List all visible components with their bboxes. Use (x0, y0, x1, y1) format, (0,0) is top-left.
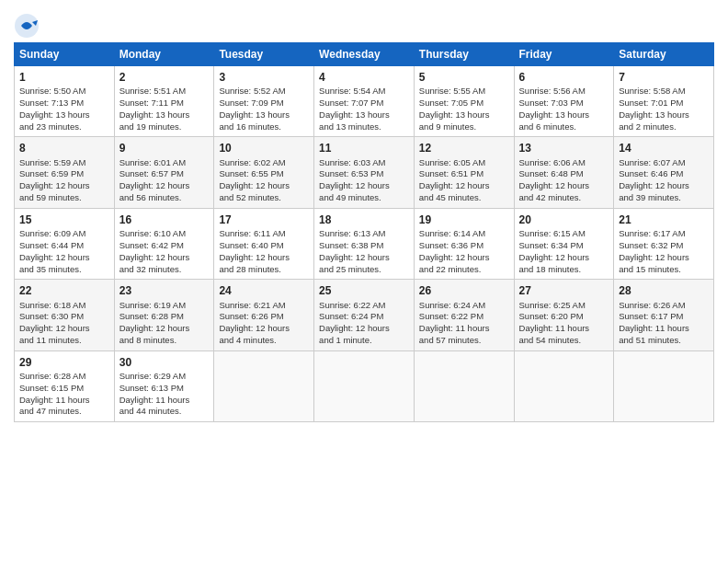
header (14, 9, 714, 39)
day-info-line: Daylight: 11 hours (419, 323, 509, 335)
day-info-line: Sunset: 6:44 PM (19, 240, 109, 252)
day-info-line: and 47 minutes. (19, 406, 109, 418)
day-info-line: Sunset: 6:17 PM (619, 311, 709, 323)
day-info-line: and 9 minutes. (419, 121, 509, 133)
calendar-cell-day-25: 25Sunrise: 6:22 AMSunset: 6:24 PMDayligh… (314, 280, 415, 350)
calendar-cell-day-12: 12Sunrise: 6:05 AMSunset: 6:51 PMDayligh… (414, 137, 514, 208)
day-info-line: and 25 minutes. (319, 264, 409, 276)
calendar-week-2: 15Sunrise: 6:09 AMSunset: 6:44 PMDayligh… (15, 208, 714, 279)
calendar-table: SundayMondayTuesdayWednesdayThursdayFrid… (14, 42, 714, 422)
day-info-line: and 59 minutes. (19, 192, 109, 204)
day-number: 25 (319, 283, 409, 298)
day-number: 1 (19, 70, 109, 85)
day-info-line: Daylight: 12 hours (19, 252, 109, 264)
day-info-line: Sunset: 7:11 PM (119, 98, 210, 109)
day-number: 8 (19, 141, 109, 155)
day-info-line: Daylight: 13 hours (519, 109, 609, 121)
calendar-cell-day-26: 26Sunrise: 6:24 AMSunset: 6:22 PMDayligh… (414, 280, 514, 350)
day-number: 24 (219, 283, 309, 298)
day-number: 10 (219, 141, 309, 155)
calendar-cell-day-30: 30Sunrise: 6:29 AMSunset: 6:13 PMDayligh… (114, 350, 214, 421)
day-info-line: and 49 minutes. (319, 192, 409, 204)
day-info-line: Sunset: 7:13 PM (19, 98, 109, 109)
day-info-line: and 15 minutes. (619, 264, 709, 276)
day-info-line: Sunrise: 6:29 AM (119, 371, 210, 383)
calendar-cell-day-17: 17Sunrise: 6:11 AMSunset: 6:40 PMDayligh… (214, 208, 314, 279)
day-info-line: and 18 minutes. (519, 264, 609, 276)
calendar-cell-day-24: 24Sunrise: 6:21 AMSunset: 6:26 PMDayligh… (214, 280, 314, 350)
calendar-week-4: 29Sunrise: 6:28 AMSunset: 6:15 PMDayligh… (15, 350, 714, 421)
day-info-line: Sunrise: 6:24 AM (419, 300, 509, 312)
day-info-line: Daylight: 13 hours (619, 109, 709, 121)
day-info-line: Sunset: 6:15 PM (19, 383, 109, 395)
day-info-line: Daylight: 12 hours (419, 252, 509, 264)
calendar-cell-day-29: 29Sunrise: 6:28 AMSunset: 6:15 PMDayligh… (15, 350, 115, 421)
day-number: 19 (419, 213, 509, 227)
day-info-line: Daylight: 12 hours (219, 323, 309, 335)
day-info-line: and 54 minutes. (519, 335, 609, 347)
calendar-cell-day-22: 22Sunrise: 6:18 AMSunset: 6:30 PMDayligh… (15, 280, 115, 350)
day-info-line: Daylight: 12 hours (319, 180, 409, 192)
day-info-line: Sunset: 6:42 PM (119, 240, 210, 252)
day-info-line: Sunset: 6:59 PM (19, 168, 109, 180)
day-info-line: Daylight: 12 hours (519, 252, 609, 264)
calendar-cell-day-28: 28Sunrise: 6:26 AMSunset: 6:17 PMDayligh… (614, 280, 714, 350)
day-info-line: Sunrise: 5:50 AM (19, 86, 109, 98)
weekday-header-sunday: Sunday (15, 43, 115, 66)
day-info-line: and 16 minutes. (219, 121, 309, 133)
day-number: 11 (319, 141, 409, 155)
day-info-line: and 52 minutes. (219, 192, 309, 204)
calendar-cell-day-4: 4Sunrise: 5:54 AMSunset: 7:07 PMDaylight… (314, 66, 415, 137)
day-info-line: Daylight: 12 hours (319, 323, 409, 335)
calendar-cell-day-6: 6Sunrise: 5:56 AMSunset: 7:03 PMDaylight… (514, 66, 614, 137)
day-info-line: Sunrise: 5:59 AM (19, 157, 109, 169)
calendar-week-1: 8Sunrise: 5:59 AMSunset: 6:59 PMDaylight… (15, 137, 714, 208)
day-info-line: Sunset: 7:05 PM (419, 98, 509, 109)
day-info-line: and 8 minutes. (119, 335, 210, 347)
weekday-header-row: SundayMondayTuesdayWednesdayThursdayFrid… (15, 43, 714, 66)
day-info-line: and 23 minutes. (19, 121, 109, 133)
calendar-cell-day-14: 14Sunrise: 6:07 AMSunset: 6:46 PMDayligh… (614, 137, 714, 208)
day-number: 16 (119, 213, 210, 227)
day-info-line: and 32 minutes. (119, 264, 210, 276)
day-info-line: Daylight: 13 hours (419, 109, 509, 121)
day-info-line: and 35 minutes. (19, 264, 109, 276)
calendar-cell-day-20: 20Sunrise: 6:15 AMSunset: 6:34 PMDayligh… (514, 208, 614, 279)
day-info-line: Daylight: 11 hours (119, 395, 210, 407)
day-info-line: Sunrise: 6:11 AM (219, 228, 309, 240)
day-number: 4 (319, 70, 409, 85)
day-info-line: Sunset: 6:38 PM (319, 240, 409, 252)
day-info-line: Sunset: 6:57 PM (119, 168, 210, 180)
calendar-cell-day-23: 23Sunrise: 6:19 AMSunset: 6:28 PMDayligh… (114, 280, 214, 350)
weekday-header-friday: Friday (514, 43, 614, 66)
day-info-line: Sunrise: 6:06 AM (519, 157, 609, 169)
weekday-header-saturday: Saturday (614, 43, 714, 66)
day-info-line: Sunrise: 5:52 AM (219, 86, 309, 98)
day-info-line: Sunrise: 6:03 AM (319, 157, 409, 169)
day-info-line: Sunrise: 6:28 AM (19, 371, 109, 383)
day-number: 20 (519, 213, 609, 227)
day-info-line: and 56 minutes. (119, 192, 210, 204)
day-info-line: Sunset: 6:13 PM (119, 383, 210, 395)
day-number: 22 (19, 283, 109, 298)
day-info-line: Sunset: 6:51 PM (419, 168, 509, 180)
calendar-cell-day-19: 19Sunrise: 6:14 AMSunset: 6:36 PMDayligh… (414, 208, 514, 279)
day-number: 5 (419, 70, 509, 85)
day-number: 26 (419, 283, 509, 298)
day-number: 15 (19, 213, 109, 227)
day-info-line: and 11 minutes. (19, 335, 109, 347)
weekday-header-thursday: Thursday (414, 43, 514, 66)
calendar-cell-day-21: 21Sunrise: 6:17 AMSunset: 6:32 PMDayligh… (614, 208, 714, 279)
day-info-line: and 57 minutes. (419, 335, 509, 347)
calendar-cell-empty (314, 350, 415, 421)
calendar-week-3: 22Sunrise: 6:18 AMSunset: 6:30 PMDayligh… (15, 280, 714, 350)
day-info-line: Sunrise: 6:13 AM (319, 228, 409, 240)
day-info-line: Sunset: 6:24 PM (319, 311, 409, 323)
day-number: 27 (519, 283, 609, 298)
day-number: 29 (19, 355, 109, 370)
day-number: 23 (119, 283, 210, 298)
day-info-line: Sunrise: 6:17 AM (619, 228, 709, 240)
day-info-line: and 28 minutes. (219, 264, 309, 276)
day-info-line: and 2 minutes. (619, 121, 709, 133)
calendar-cell-day-11: 11Sunrise: 6:03 AMSunset: 6:53 PMDayligh… (314, 137, 415, 208)
